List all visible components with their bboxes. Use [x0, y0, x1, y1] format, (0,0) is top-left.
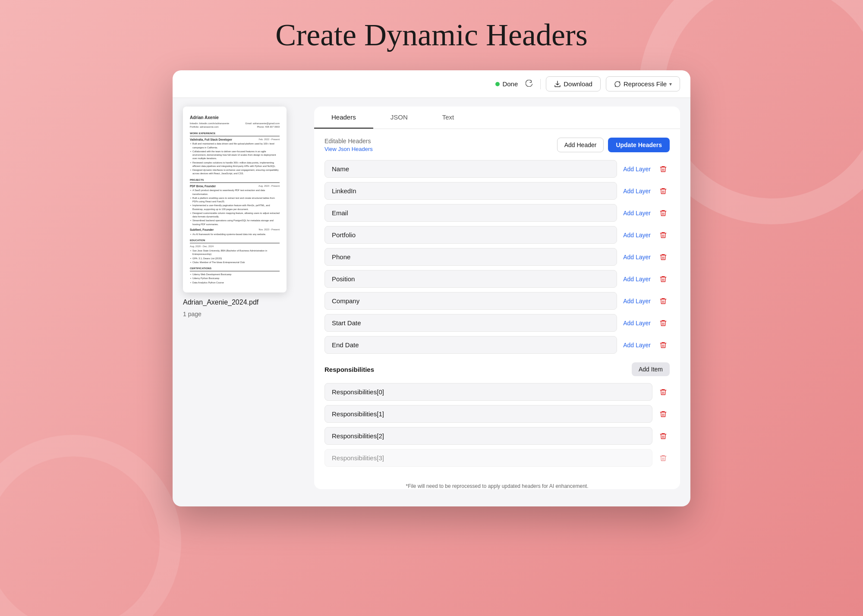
footer-note: *File will need to be reprocessed to app… [314, 480, 680, 489]
add-layer-button-end-date[interactable]: Add Layer [621, 338, 652, 352]
pdf-bullet-2: Collaborated with the team to deliver us… [192, 150, 280, 160]
pdf-bullet-4: Designed dynamic interfaces to enhance u… [192, 168, 280, 176]
header-input-name[interactable] [324, 160, 617, 178]
trash-icon [659, 253, 667, 261]
pdf-contact-line: linkedin: linkedin.com/in/adrianaxenie E… [190, 122, 280, 125]
delete-button-company[interactable] [657, 295, 670, 308]
delete-button-linkedin[interactable] [657, 185, 670, 198]
header-input-end-date[interactable] [324, 336, 617, 354]
pdf-date-range: Feb. 2022 - Present [258, 138, 280, 141]
pdf-section-education: EDUCATION [190, 239, 280, 243]
editable-headers-label: Editable Headers [324, 138, 373, 145]
trash-icon [659, 454, 667, 462]
tab-text[interactable]: Text [425, 107, 472, 129]
pdf-edu-club: Clubs: Member of The Ideas Entrepreneuri… [192, 261, 280, 264]
add-item-button[interactable]: Add Item [632, 362, 670, 376]
pdf-edu-date: Aug. 2020 - Dec. 2024 [190, 245, 280, 248]
trash-icon [659, 388, 667, 396]
header-input-start-date[interactable] [324, 314, 617, 332]
header-input-company[interactable] [324, 292, 617, 310]
header-input-linkedin[interactable] [324, 182, 617, 200]
trash-icon [659, 297, 667, 305]
pdf-person-name: Adrian Axenie [190, 114, 280, 121]
pdf-contact-line-2: Portfolio: adrianaxenie.com Phone: 408 3… [190, 125, 280, 129]
trash-icon [659, 275, 667, 283]
pdf-proj2-bullet: An AI framework for embedding systems-ba… [192, 233, 280, 236]
delete-responsibilities-2[interactable] [657, 430, 670, 443]
delete-button-phone[interactable] [657, 251, 670, 264]
status-dot [495, 82, 500, 86]
pdf-proj-bullet-4: Designed customizable column mapping fea… [192, 211, 280, 219]
header-row-start-date: Add Layer [324, 314, 670, 332]
responsibilities-label: Responsibilities [324, 366, 374, 373]
header-buttons: Add Header Update Headers [557, 138, 670, 152]
pdf-proj-bullet-5: Streamlined backend operations using Pos… [192, 219, 280, 226]
view-json-link[interactable]: View Json Headers [324, 146, 373, 152]
delete-button-email[interactable] [657, 207, 670, 220]
pdf-proj-bullet-2: Built a platform enabling users to extra… [192, 196, 280, 204]
pdf-preview: Adrian Axenie linkedin: linkedin.com/in/… [183, 107, 287, 292]
delete-button-portfolio[interactable] [657, 229, 670, 242]
header-row-position: Add Layer [324, 270, 670, 288]
header-row-company: Add Layer [324, 292, 670, 310]
delete-button-start-date[interactable] [657, 317, 670, 330]
chevron-down-icon: ▾ [669, 81, 672, 87]
responsibilities-section: Responsibilities Add Item [324, 358, 670, 380]
trash-icon [659, 231, 667, 239]
delete-responsibilities-0[interactable] [657, 386, 670, 399]
pdf-job-title: Vallelralta, Full Stack Developer [190, 138, 232, 142]
editable-headers-info: Editable Headers View Json Headers [324, 138, 373, 152]
header-input-phone[interactable] [324, 248, 617, 266]
delete-button-position[interactable] [657, 273, 670, 286]
add-layer-button-portfolio[interactable]: Add Layer [621, 228, 652, 242]
header-row-portfolio: Add Layer [324, 226, 670, 244]
tab-headers[interactable]: Headers [314, 107, 373, 129]
responsibilities-input-1[interactable] [324, 405, 652, 423]
delete-button-end-date[interactable] [657, 339, 670, 352]
delete-responsibilities-1[interactable] [657, 408, 670, 421]
add-layer-button-name[interactable]: Add Layer [621, 162, 652, 176]
responsibilities-input-3[interactable] [324, 449, 652, 467]
responsibilities-row-1 [324, 405, 670, 423]
pdf-bullet-3: Reviewed complex solutions to handle 300… [192, 161, 280, 168]
delete-responsibilities-3[interactable] [657, 452, 670, 465]
header-row-email: Add Layer [324, 204, 670, 222]
delete-button-name[interactable] [657, 163, 670, 176]
add-layer-button-start-date[interactable]: Add Layer [621, 316, 652, 330]
pdf-section-projects: PROJECTS [190, 178, 280, 183]
refresh-icon [526, 80, 532, 87]
download-button[interactable]: Download [546, 76, 601, 91]
trash-icon [659, 209, 667, 217]
main-content: Adrian Axenie linkedin: linkedin.com/in/… [173, 98, 690, 498]
reprocess-icon [614, 81, 621, 88]
header-row-name: Add Layer [324, 160, 670, 178]
app-window: Done Download Reprocess File ▾ [173, 70, 690, 506]
add-header-button[interactable]: Add Header [557, 138, 604, 152]
header-input-portfolio[interactable] [324, 226, 617, 244]
trash-icon [659, 432, 667, 440]
header-fields-list: Add Layer Add Layer [324, 160, 670, 354]
pdf-section-certs: CERTIFICATIONS [190, 267, 280, 271]
responsibilities-input-0[interactable] [324, 383, 652, 401]
editable-headers-row: Editable Headers View Json Headers Add H… [324, 138, 670, 152]
tab-json[interactable]: JSON [373, 107, 425, 129]
header-input-position[interactable] [324, 270, 617, 288]
toolbar-separator [540, 79, 541, 89]
pdf-bullet-1: Built and maintained a data-driven and f… [192, 142, 280, 149]
update-headers-button[interactable]: Update Headers [608, 138, 670, 152]
add-layer-button-phone[interactable]: Add Layer [621, 250, 652, 264]
responsibilities-input-2[interactable] [324, 427, 652, 445]
pdf-pages: 1 page [183, 311, 202, 317]
add-layer-button-linkedin[interactable]: Add Layer [621, 184, 652, 198]
trash-icon [659, 410, 667, 418]
add-layer-button-position[interactable]: Add Layer [621, 272, 652, 286]
add-layer-button-email[interactable]: Add Layer [621, 206, 652, 220]
pdf-proj2-date: Nov. 2023 - Present [258, 228, 280, 232]
download-icon [554, 81, 561, 88]
add-layer-button-company[interactable]: Add Layer [621, 294, 652, 308]
refresh-button[interactable] [523, 78, 535, 90]
responsibilities-row-2 [324, 427, 670, 445]
header-input-email[interactable] [324, 204, 617, 222]
page-title: Create Dynamic Headers [275, 17, 588, 53]
reprocess-button[interactable]: Reprocess File ▾ [606, 76, 680, 91]
